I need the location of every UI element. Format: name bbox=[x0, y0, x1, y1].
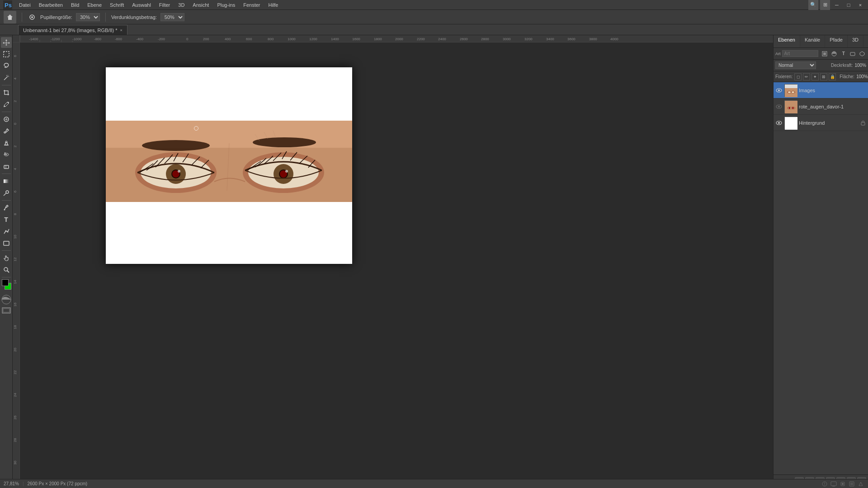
menu-bearbeiten[interactable]: Bearbeiten bbox=[35, 1, 66, 9]
svg-text:-800: -800 bbox=[94, 37, 102, 41]
menu-plugins[interactable]: Plug-ins bbox=[213, 1, 239, 9]
foreground-color[interactable] bbox=[2, 279, 9, 286]
layer-visibility-rote[interactable] bbox=[775, 103, 783, 110]
restore-icon[interactable]: □ bbox=[844, 0, 854, 10]
adjustment-filter-icon[interactable] bbox=[830, 49, 838, 58]
canvas-area[interactable] bbox=[20, 42, 773, 479]
canvas-wrapper: -1400 -1200 -1000 -800 -600 -400 -200 0 … bbox=[13, 35, 773, 488]
svg-text:2000: 2000 bbox=[395, 37, 403, 41]
arrange-icon[interactable]: ⊞ bbox=[820, 0, 830, 10]
pen-tool[interactable] bbox=[1, 202, 12, 213]
lock-artboard-btn[interactable]: ⊠ bbox=[820, 73, 827, 80]
lasso-tool[interactable] bbox=[1, 61, 12, 71]
menu-ebene[interactable]: Ebene bbox=[84, 1, 105, 9]
tab-3d[interactable]: 3D bbox=[848, 35, 863, 47]
tool-separator-3 bbox=[2, 174, 11, 174]
svg-text:3000: 3000 bbox=[503, 37, 511, 41]
marquee-tool[interactable] bbox=[1, 49, 12, 60]
menu-auswahl[interactable]: Auswahl bbox=[128, 1, 155, 9]
smart-filter-icon[interactable] bbox=[858, 49, 866, 58]
darken-select[interactable]: 50% bbox=[160, 13, 184, 21]
layer-visibility-hintergrund[interactable] bbox=[775, 119, 783, 127]
brush-tool[interactable] bbox=[1, 126, 12, 136]
svg-text:16: 16 bbox=[13, 302, 17, 306]
heal-tool[interactable] bbox=[1, 114, 12, 125]
magic-wand-tool[interactable] bbox=[1, 72, 12, 83]
left-toolbar: T bbox=[0, 35, 13, 488]
svg-rect-22 bbox=[4, 241, 9, 245]
separator2 bbox=[105, 13, 106, 22]
tab-kanaele[interactable]: Kanäle bbox=[800, 35, 825, 47]
layer-item-hintergrund[interactable]: Hintergrund bbox=[774, 115, 868, 131]
eraser-tool[interactable] bbox=[1, 161, 12, 172]
pixel-filter-icon[interactable] bbox=[821, 49, 829, 58]
menu-hilfe[interactable]: Hilfe bbox=[264, 1, 282, 9]
brush-size-select[interactable]: 30% bbox=[76, 13, 100, 21]
lock-image-btn[interactable]: ✏ bbox=[803, 73, 810, 80]
svg-rect-125 bbox=[861, 122, 865, 125]
minimize-icon[interactable]: ─ bbox=[832, 0, 842, 10]
home-button[interactable] bbox=[4, 11, 16, 23]
shape-filter-icon[interactable] bbox=[849, 49, 857, 58]
menu-datei[interactable]: Datei bbox=[15, 1, 34, 9]
stamp-tool[interactable] bbox=[1, 137, 12, 148]
tab-bar: Unbenannt-1 bei 27,8% (Images, RGB/8) * … bbox=[0, 24, 868, 35]
menu-schrift[interactable]: Schrift bbox=[106, 1, 127, 9]
svg-line-24 bbox=[7, 271, 9, 272]
menu-fenster[interactable]: Fenster bbox=[240, 1, 264, 9]
svg-rect-104 bbox=[850, 52, 855, 56]
menu-3d[interactable]: 3D bbox=[175, 1, 188, 9]
menu-bild[interactable]: Bild bbox=[67, 1, 83, 9]
svg-text:18: 18 bbox=[13, 325, 17, 329]
app-logo: Ps bbox=[3, 0, 13, 10]
filter-label: Art bbox=[775, 52, 781, 56]
search-icon[interactable]: 🔍 bbox=[808, 0, 818, 10]
screen-mode-button[interactable] bbox=[2, 307, 11, 314]
statusbar-icon-3[interactable] bbox=[839, 481, 846, 487]
hand-tool[interactable] bbox=[1, 253, 12, 263]
quick-mask-button[interactable] bbox=[1, 295, 11, 305]
zoom-tool[interactable] bbox=[1, 264, 12, 275]
svg-line-18 bbox=[4, 193, 6, 196]
lock-all-btn[interactable]: 🔒 bbox=[829, 73, 836, 80]
statusbar-icon-4[interactable] bbox=[848, 481, 855, 487]
svg-text:1600: 1600 bbox=[352, 37, 360, 41]
history-brush-tool[interactable] bbox=[1, 149, 12, 160]
tab-close-button[interactable]: × bbox=[120, 28, 123, 33]
svg-point-110 bbox=[788, 91, 791, 93]
statusbar-icon-5[interactable] bbox=[857, 481, 864, 487]
type-tool[interactable]: T bbox=[1, 214, 12, 225]
statusbar-zoom: 27,81% bbox=[4, 481, 19, 486]
tool-separator-4 bbox=[2, 200, 11, 201]
layer-item-images[interactable]: Images bbox=[774, 82, 868, 99]
svg-rect-27 bbox=[3, 309, 9, 312]
lock-position-btn[interactable]: ✦ bbox=[811, 73, 819, 80]
statusbar-icon-2[interactable] bbox=[830, 481, 837, 487]
move-tool[interactable] bbox=[1, 37, 12, 48]
gradient-tool[interactable] bbox=[1, 176, 12, 187]
tab-pfade[interactable]: Pfade bbox=[825, 35, 848, 47]
lock-transparent-btn[interactable]: ◻ bbox=[794, 73, 802, 80]
svg-text:3200: 3200 bbox=[524, 37, 533, 41]
close-icon[interactable]: × bbox=[855, 0, 865, 10]
path-select-tool[interactable] bbox=[1, 226, 12, 237]
document-tab[interactable]: Unbenannt-1 bei 27,8% (Images, RGB/8) * … bbox=[18, 25, 127, 35]
eyedropper-tool[interactable] bbox=[1, 99, 12, 110]
tab-ebenen[interactable]: Ebenen bbox=[774, 35, 800, 47]
layer-search-input[interactable] bbox=[782, 50, 818, 57]
crop-tool[interactable] bbox=[1, 87, 12, 98]
layer-visibility-images[interactable] bbox=[775, 87, 783, 94]
statusbar-icon-1[interactable] bbox=[821, 481, 828, 487]
blend-mode-select[interactable]: Normal bbox=[775, 61, 816, 69]
svg-text:Ps: Ps bbox=[5, 2, 12, 9]
svg-text:30: 30 bbox=[13, 460, 17, 465]
menu-ansicht[interactable]: Ansicht bbox=[189, 1, 212, 9]
dodge-tool[interactable] bbox=[1, 188, 12, 198]
svg-text:28: 28 bbox=[13, 438, 17, 442]
menu-filter[interactable]: Filter bbox=[156, 1, 174, 9]
svg-rect-14 bbox=[4, 165, 9, 169]
shape-tool[interactable] bbox=[1, 238, 12, 249]
layer-item-rote[interactable]: rote_augen_davor-1 bbox=[774, 99, 868, 115]
type-filter-icon[interactable]: T bbox=[840, 49, 848, 58]
svg-text:6: 6 bbox=[13, 55, 17, 57]
